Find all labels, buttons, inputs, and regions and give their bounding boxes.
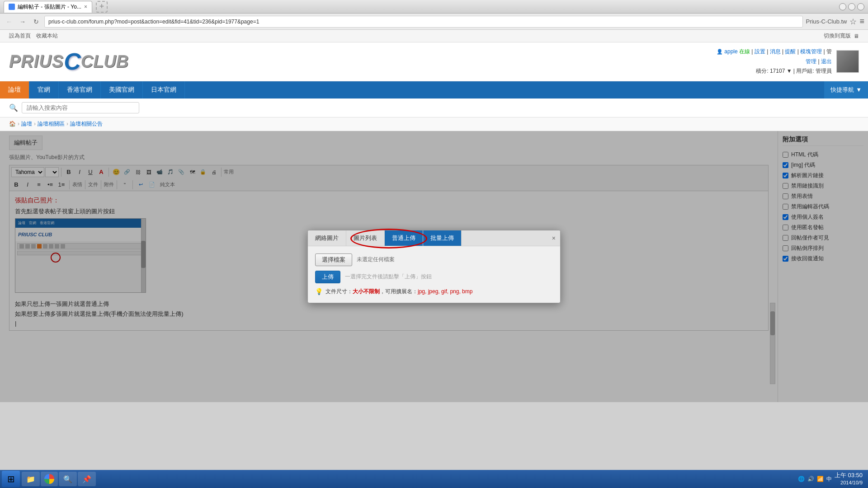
taskbar-explorer[interactable]: 📁 (22, 472, 40, 486)
taskbar-explorer-icon: 📁 (25, 474, 36, 484)
modal-header: 網絡圖片 圖片列表 普通上傳 批量上傳 × (308, 230, 560, 246)
modal-tab-batch-upload[interactable]: 批量上傳 (423, 230, 462, 246)
user-avatar[interactable] (836, 50, 859, 73)
taskbar-items: 📁 🔍 📌 (22, 472, 794, 486)
taskbar-date-text: 2014/10/9 (835, 479, 863, 486)
breadcrumb-related[interactable]: 論壇相關區 (38, 120, 65, 128)
taskbar-sys-tray: 🌐 🔊 📶 中 上午 03:50 2014/10/9 (794, 472, 866, 486)
taskbar-chrome[interactable] (41, 472, 58, 486)
modal-tab-batch-upload-label: 批量上傳 (430, 234, 454, 242)
file-info-text: 未選定任何檔案 (357, 256, 395, 263)
monitor-icon: 🖥 (854, 33, 859, 39)
modal-tab-img-list[interactable]: 圖片列表 (346, 230, 385, 246)
nav-item-jp[interactable]: 日本官網 (143, 81, 185, 99)
module-admin-link[interactable]: 模塊管理 (800, 48, 822, 55)
site-header: PRIUS C CLUB 👤 apple 在線 | 設置 | 消息 | 提醒 |… (0, 42, 868, 81)
modal-tab-img-list-label: 圖片列表 (354, 234, 377, 242)
start-icon: ⊞ (7, 474, 15, 484)
messages-link[interactable]: 消息 (770, 48, 781, 55)
taskbar: ⊞ 📁 🔍 📌 🌐 🔊 📶 中 上午 03:50 2014/10/9 (0, 470, 868, 488)
star-icon[interactable]: ☆ (849, 17, 857, 27)
taskbar-pin-icon: 📌 (81, 474, 92, 484)
user-group-label: 用戶組: 管理員 (796, 68, 832, 74)
taskbar-search-icon: 🔍 (62, 474, 73, 484)
taskbar-search[interactable]: 🔍 (59, 472, 77, 486)
taskbar-pin[interactable]: 📌 (78, 472, 96, 486)
control-center-link[interactable]: 管理 (806, 58, 816, 65)
tab-title: 編輯帖子 - 張貼圖片 - Yo... (18, 3, 81, 11)
tray-volume-icon: 🔊 (807, 476, 814, 482)
search-icon: 🔍 (9, 103, 18, 112)
nav-item-us[interactable]: 美國官網 (101, 81, 143, 99)
search-input[interactable] (22, 102, 139, 113)
minimize-btn[interactable] (839, 3, 846, 10)
upload-btn[interactable]: 上傳 (315, 271, 340, 283)
modal-hint: 💡 文件尺寸：大小不限制，可用擴展名：jpg, jpeg, gif, png, … (315, 288, 553, 296)
nav-item-hk[interactable]: 香港官網 (59, 81, 101, 99)
hint-size: 大小不限制 (353, 288, 380, 295)
modal-tab-network-img[interactable]: 網絡圖片 (308, 230, 346, 246)
modal-tab-network-img-label: 網絡圖片 (315, 234, 339, 242)
menu-icon[interactable]: ≡ (859, 17, 864, 26)
username-link[interactable]: apple (724, 48, 737, 55)
site-logo: PRIUS C CLUB (9, 50, 128, 73)
collect-link[interactable]: 收藏本站 (36, 32, 58, 40)
search-bar: 🔍 (0, 99, 868, 117)
close-btn[interactable] (857, 3, 864, 10)
modal-tab-normal-upload[interactable]: 普通上傳 (385, 230, 423, 246)
breadcrumb: 🏠 › 論壇 › 論壇相關區 › 論壇相關公告 (0, 117, 868, 131)
breadcrumb-announce[interactable]: 論壇相關公告 (70, 120, 103, 128)
set-home-link[interactable]: 設為首頁 (9, 32, 31, 40)
breadcrumb-forum[interactable]: 論壇 (21, 120, 32, 128)
taskbar-start-btn[interactable]: ⊞ (2, 471, 20, 487)
browser-tab[interactable]: 編輯帖子 - 張貼圖片 - Yo... × (4, 1, 92, 13)
reminders-link[interactable]: 提醒 (785, 48, 796, 55)
quick-nav-btn[interactable]: 快捷導航 ▼ (824, 81, 868, 99)
url-text: prius-c-club.com/forum.php?mod=post&acti… (48, 19, 259, 25)
taskbar-clock: 上午 03:50 2014/10/9 (835, 472, 863, 486)
tab-close-btn[interactable]: × (84, 4, 87, 10)
select-file-btn[interactable]: 選擇檔案 (315, 253, 352, 266)
hint-extensions: jpg, jpeg, gif, png, bmp (418, 288, 472, 295)
upload-hint-text: 一選擇完文件後請點擊「上傳」按鈕 (345, 273, 432, 281)
nav-item-official[interactable]: 官網 (29, 81, 59, 99)
forward-btn[interactable]: → (17, 16, 28, 27)
tray-lang[interactable]: 中 (826, 475, 832, 483)
home-icon[interactable]: 🏠 (9, 121, 16, 127)
settings-link[interactable]: 設置 (755, 48, 765, 55)
refresh-btn[interactable]: ↻ (31, 16, 42, 27)
modal-tab-normal-upload-label: 普通上傳 (392, 234, 415, 242)
browser-navbar: ← → ↻ prius-c-club.com/forum.php?mod=pos… (0, 14, 868, 30)
address-bar[interactable]: prius-c-club.com/forum.php?mod=post&acti… (44, 16, 803, 28)
back-btn[interactable]: ← (4, 16, 14, 27)
logo-prius: PRIUS (9, 52, 64, 71)
maximize-btn[interactable] (848, 3, 855, 10)
modal-upload-row: 上傳 一選擇完文件後請點擊「上傳」按鈕 (315, 271, 553, 283)
user-header-right: 👤 apple 在線 | 設置 | 消息 | 提醒 | 模塊管理 | 管 管理 … (717, 47, 859, 76)
hint-text: 文件尺寸：大小不限制，可用擴展名：jpg, jpeg, gif, png, bm… (326, 288, 472, 296)
modal-overlay[interactable]: 網絡圖片 圖片列表 普通上傳 批量上傳 × 選擇檔案 未選定任何檔案 (0, 131, 868, 402)
logo-club: CLUB (81, 52, 129, 71)
switch-wide-link[interactable]: 切換到寬版 (824, 32, 851, 40)
tray-signal-icon: 📶 (817, 476, 824, 482)
window-controls (839, 3, 864, 10)
switch-view: 切換到寬版 🖥 (824, 32, 859, 40)
modal-close-btn[interactable]: × (547, 232, 560, 244)
user-info: 👤 apple 在線 | 設置 | 消息 | 提醒 | 模塊管理 | 管 管理 … (717, 47, 832, 76)
tab-favicon (9, 4, 15, 10)
admin-label: 管 (826, 48, 832, 55)
taskbar-chrome-icon (44, 474, 54, 484)
logout-link[interactable]: 退出 (821, 58, 832, 65)
modal-body: 選擇檔案 未選定任何檔案 上傳 一選擇完文件後請點擊「上傳」按鈕 💡 文件尺寸：… (308, 246, 560, 303)
points-label: 積分: 17107 (756, 68, 785, 74)
quick-nav-label: 快捷導航 (830, 86, 854, 94)
modal-select-row: 選擇檔案 未選定任何檔案 (315, 253, 553, 266)
quick-nav-arrow: ▼ (856, 86, 862, 93)
logo-c: C (64, 50, 81, 73)
page-header-bar: 設為首頁 收藏本站 切換到寬版 🖥 (0, 30, 868, 42)
new-tab-btn[interactable]: + (96, 1, 108, 13)
nav-item-forum[interactable]: 論壇 (0, 81, 29, 99)
taskbar-time-text: 上午 03:50 (835, 472, 863, 479)
site-title: Prius-C-Club.tw (806, 18, 847, 25)
modal-dialog: 網絡圖片 圖片列表 普通上傳 批量上傳 × 選擇檔案 未選定任何檔案 (307, 230, 561, 303)
